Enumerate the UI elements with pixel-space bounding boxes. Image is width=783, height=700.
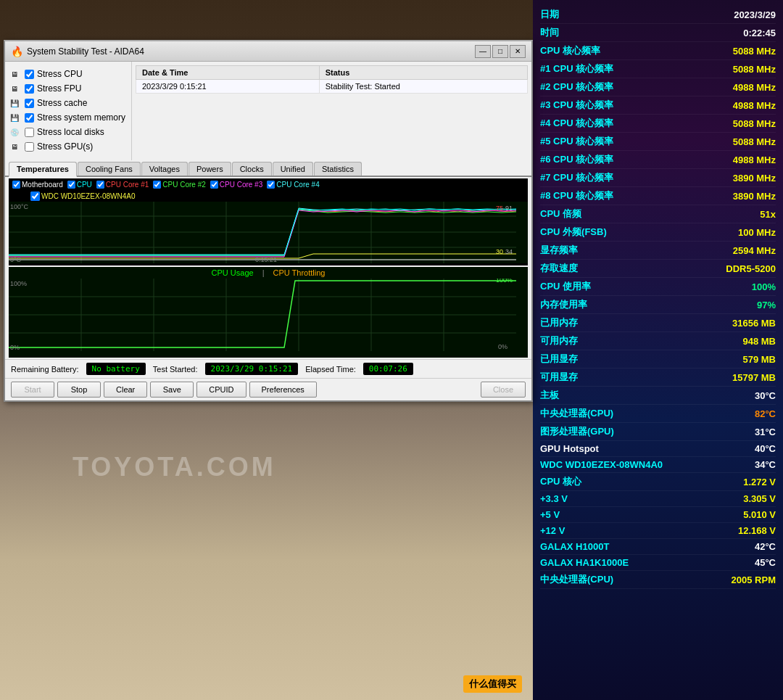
stress-gpu-checkbox[interactable] (25, 142, 34, 152)
info-label-25: WDC WD10EZEX-08WN4A0 (540, 459, 663, 470)
stress-cpu-item[interactable]: 🖥 Stress CPU (9, 67, 128, 81)
info-label-29: +12 V (540, 525, 565, 536)
chart-cb-core4-input[interactable] (267, 181, 275, 189)
info-label-1: 时间 (540, 26, 559, 39)
chart-cb-core4-label: CPU Core #4 (276, 181, 319, 189)
close-window-button[interactable]: ✕ (510, 45, 526, 58)
info-label-4: #2 CPU 核心频率 (540, 81, 613, 94)
info-label-9: #7 CPU 核心频率 (540, 171, 613, 184)
stress-cpu-checkbox[interactable] (25, 70, 34, 79)
preferences-button[interactable]: Preferences (249, 382, 317, 398)
info-value-27: 3.305 V (743, 493, 776, 504)
minimize-button[interactable]: — (475, 45, 491, 58)
svg-text:0:15:21: 0:15:21 (255, 256, 277, 263)
info-row-1: 时间0:22:45 (540, 24, 776, 42)
info-value-20: 15797 MB (732, 372, 776, 383)
chart-cb-motherboard-input[interactable] (12, 181, 20, 189)
info-row-0: 日期2023/3/29 (540, 6, 776, 24)
info-label-13: 显存频率 (540, 244, 578, 257)
chart-cb-cpu-label: CPU (77, 181, 92, 189)
temperature-chart-svg: 100°C 0°C 75 91 30 34 0:15:21 (9, 202, 528, 263)
stress-gpu-label: Stress GPU(s) (37, 141, 93, 152)
info-row-32: 中央处理器(CPU)2005 RPM (540, 571, 776, 589)
chart-cb-core4[interactable]: CPU Core #4 (267, 181, 319, 189)
close-button[interactable]: Close (481, 382, 526, 398)
info-label-30: GALAX H1000T (540, 541, 609, 552)
info-label-21: 主板 (540, 389, 559, 402)
title-bar-left: 🔥 System Stability Test - AIDA64 (11, 46, 144, 57)
cpu-chart-svg: 100% 0% 100% 0% (9, 279, 528, 351)
stress-disks-item[interactable]: 💿 Stress local disks (9, 125, 128, 139)
stress-cache-item[interactable]: 💾 Stress cache (9, 96, 128, 110)
info-row-30: GALAX H1000T42°C (540, 539, 776, 555)
cpuid-button[interactable]: CPUID (196, 382, 246, 398)
start-button[interactable]: Start (11, 382, 54, 398)
stress-disks-checkbox[interactable] (25, 128, 34, 137)
info-label-31: GALAX HA1K1000E (540, 557, 629, 568)
stop-button[interactable]: Stop (57, 382, 101, 398)
test-started-label: Test Started: (153, 365, 198, 374)
info-value-14: DDR5-5200 (726, 263, 776, 274)
tab-temperatures[interactable]: Temperatures (9, 162, 77, 177)
chart-cb-core1[interactable]: CPU Core #1 (96, 181, 149, 189)
info-value-19: 579 MB (742, 354, 776, 365)
tab-statistics[interactable]: Statistics (314, 162, 362, 176)
title-buttons: — □ ✕ (475, 45, 526, 58)
info-row-3: #1 CPU 核心频率5088 MHz (540, 60, 776, 78)
chart-cb-wdc-row[interactable]: WDC WD10EZEX-08WN4A0 (9, 191, 528, 202)
tab-powers[interactable]: Powers (188, 162, 231, 176)
info-row-6: #4 CPU 核心频率5088 MHz (540, 115, 776, 133)
info-value-13: 2594 MHz (733, 245, 776, 256)
info-row-26: CPU 核心1.272 V (540, 473, 776, 491)
button-bar: Start Stop Clear Save CPUID Preferences … (5, 378, 531, 400)
info-row-12: CPU 外频(FSB)100 MHz (540, 223, 776, 242)
info-value-5: 4988 MHz (733, 100, 776, 111)
info-value-24: 40°C (755, 443, 776, 454)
stress-fpu-checkbox[interactable] (25, 84, 34, 94)
stress-cache-checkbox[interactable] (25, 99, 34, 108)
stress-gpu-item[interactable]: 🖥 Stress GPU(s) (9, 140, 128, 153)
chart-cb-core2-input[interactable] (153, 181, 161, 189)
stress-fpu-item[interactable]: 🖥 Stress FPU (9, 82, 128, 95)
info-label-32: 中央处理器(CPU) (540, 573, 613, 586)
chart-cb-core3[interactable]: CPU Core #3 (210, 181, 262, 189)
info-value-31: 45°C (755, 557, 776, 568)
info-value-9: 3890 MHz (733, 173, 776, 184)
info-row-8: #6 CPU 核心频率4988 MHz (540, 151, 776, 169)
info-label-19: 已用显存 (540, 353, 578, 366)
chart-cb-cpu-input[interactable] (67, 181, 75, 189)
info-label-10: #8 CPU 核心频率 (540, 189, 613, 202)
info-value-28: 5.010 V (743, 509, 776, 520)
chart-cb-core3-input[interactable] (210, 181, 218, 189)
tab-unified[interactable]: Unified (273, 162, 313, 176)
aida-window: 🔥 System Stability Test - AIDA64 — □ ✕ 🖥… (4, 40, 533, 402)
chart-cb-core1-input[interactable] (96, 181, 104, 189)
disk-icon: 💿 (9, 126, 20, 138)
info-value-12: 100 MHz (738, 227, 776, 238)
save-button[interactable]: Save (150, 382, 194, 398)
svg-text:0%: 0% (498, 343, 508, 350)
info-label-0: 日期 (540, 8, 559, 21)
tab-cooling-fans[interactable]: Cooling Fans (78, 162, 141, 176)
tab-clocks[interactable]: Clocks (232, 162, 272, 176)
cache-icon: 💾 (9, 97, 20, 109)
info-value-26: 1.272 V (743, 477, 776, 487)
chart-cb-wdc-input[interactable] (30, 192, 40, 201)
chart-cb-core2[interactable]: CPU Core #2 (153, 181, 205, 189)
chart-cb-motherboard[interactable]: Motherboard (12, 181, 63, 189)
status-bar: Remaining Battery: No battery Test Start… (5, 359, 531, 378)
svg-text:100%: 100% (10, 280, 27, 287)
window-title: System Stability Test - AIDA64 (27, 46, 144, 57)
tab-voltages[interactable]: Voltages (141, 162, 188, 176)
maximize-button[interactable]: □ (492, 45, 508, 58)
cpu-throttle-label: CPU Throttling (273, 268, 326, 277)
stress-memory-item[interactable]: 💾 Stress system memory (9, 111, 128, 124)
info-label-26: CPU 核心 (540, 475, 581, 488)
clear-button[interactable]: Clear (104, 382, 147, 398)
info-label-28: +5 V (540, 509, 560, 520)
fpu-icon: 🖥 (9, 83, 20, 94)
chart-cb-cpu[interactable]: CPU (67, 181, 92, 189)
info-value-25: 34°C (755, 459, 776, 470)
stress-memory-checkbox[interactable] (25, 113, 34, 123)
info-label-12: CPU 外频(FSB) (540, 226, 607, 239)
